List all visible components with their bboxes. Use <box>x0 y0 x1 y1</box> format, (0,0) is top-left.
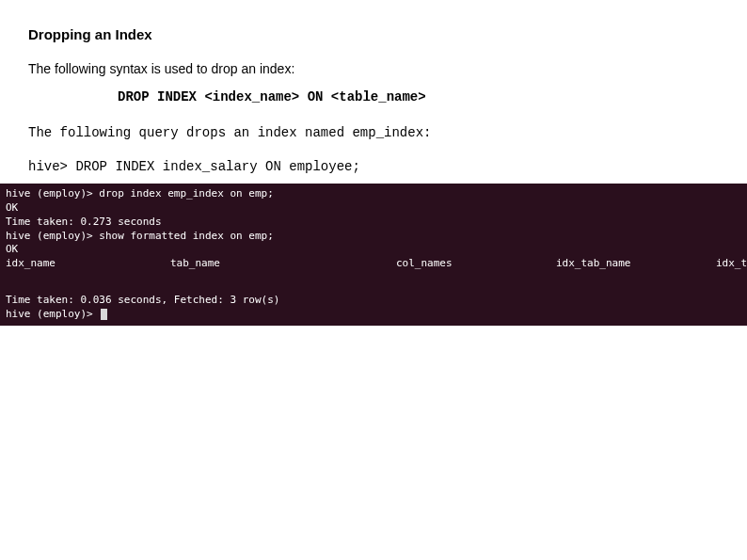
terminal-blank <box>6 282 747 294</box>
col-header: idx_tab_name <box>556 257 716 271</box>
terminal-line: Time taken: 0.273 seconds <box>6 216 747 230</box>
syntax-block: DROP INDEX <index_name> ON <table_name> <box>118 89 719 104</box>
terminal-line: hive (employ)> drop index emp_index on e… <box>6 187 747 201</box>
document-content: Dropping an Index The following syntax i… <box>0 0 747 174</box>
terminal-line: OK <box>6 243 747 257</box>
prompt-text: hive (employ)> <box>6 308 99 320</box>
description-text: The following query drops an index named… <box>28 125 719 140</box>
cursor-icon <box>101 309 107 320</box>
terminal-body: hive (employ)> drop index emp_index on e… <box>0 184 747 326</box>
terminal-window: hive (employ)> drop index emp_index on e… <box>0 184 747 326</box>
terminal-blank <box>6 271 747 282</box>
col-header: tab_name <box>170 257 396 271</box>
terminal-line-prompt: hive (employ)> <box>6 308 747 322</box>
section-heading: Dropping an Index <box>28 26 719 42</box>
col-header: col_names <box>396 257 556 271</box>
col-header: idx_name <box>6 257 170 271</box>
col-header: idx_type <box>716 257 747 271</box>
intro-text: The following syntax is used to drop an … <box>28 61 719 76</box>
terminal-line: OK <box>6 201 747 216</box>
terminal-line: Time taken: 0.036 seconds, Fetched: 3 ro… <box>6 294 747 308</box>
terminal-columns-row: idx_name tab_name col_names idx_tab_name… <box>6 257 747 271</box>
example-query: hive> DROP INDEX index_salary ON employe… <box>28 159 719 174</box>
terminal-line: hive (employ)> show formatted index on e… <box>6 230 747 244</box>
